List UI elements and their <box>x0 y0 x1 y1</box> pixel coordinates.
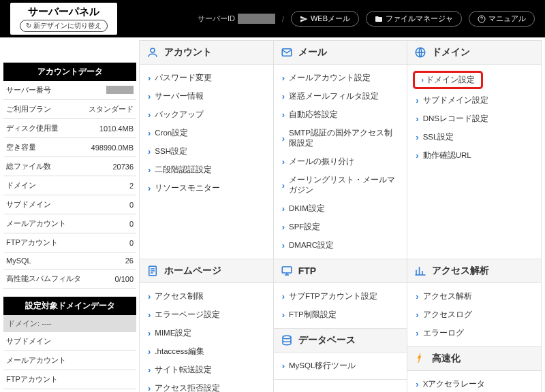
help-icon <box>478 15 486 23</box>
link-errorpage[interactable]: エラーページ設定 <box>140 306 273 324</box>
link-redirect[interactable]: サイト転送設定 <box>140 361 273 379</box>
logo-panel: サーバーパネル ↻ 新デザインに切り替え <box>10 3 117 35</box>
category-header: メール <box>274 41 407 65</box>
link-mysql-migrate[interactable]: MySQL移行ツール <box>274 357 407 375</box>
link-ftp-limit[interactable]: FTP制限設定 <box>274 306 407 324</box>
link-resource[interactable]: リソースモニター <box>140 179 273 197</box>
link-domain-setting[interactable]: › ドメイン設定 <box>407 69 541 91</box>
category-header: 高速化 <box>407 347 541 371</box>
main-panel: アカウント パスワード変更 サーバー情報 バックアップ Cron設定 SSH設定… <box>140 41 542 392</box>
category-header: データベース <box>274 329 407 353</box>
server-num-mask <box>106 86 134 94</box>
category-speed: 高速化 Xアクセラレータ サーバーキャッシュ設定 <box>407 346 542 392</box>
table-row: サーバー番号 <box>3 81 136 100</box>
category-header: アクセス解析 <box>407 259 541 283</box>
category-header: アカウント <box>140 41 273 65</box>
category-header: ドメイン <box>407 41 541 65</box>
link-dmarc[interactable]: DMARC設定 <box>274 236 407 255</box>
header-bar: サーバーパネル ↻ 新デザインに切り替え サーバーID / WEBメール ファイ… <box>0 0 545 37</box>
header-right: サーバーID / WEBメール ファイルマネージャ マニュアル <box>198 11 535 27</box>
category-account: アカウント パスワード変更 サーバー情報 バックアップ Cron設定 SSH設定… <box>139 40 274 259</box>
sidebar: アカウントデータ サーバー番号 ご利用プランスタンダード ディスク使用量1010… <box>3 41 136 392</box>
svg-point-5 <box>283 336 291 339</box>
account-data-title: アカウントデータ <box>3 63 136 81</box>
link-backup[interactable]: バックアップ <box>140 105 273 124</box>
table-row: メールアカウント <box>3 351 136 370</box>
table-row: メールアカウント0 <box>3 214 136 233</box>
table-row: サブドメイン <box>3 332 136 351</box>
filemanager-button[interactable]: ファイルマネージャ <box>366 11 462 27</box>
category-access: アクセス解析 アクセス解析 アクセスログ エラーログ <box>407 259 542 347</box>
link-spam-filter[interactable]: 迷惑メールフィルタ設定 <box>274 87 407 105</box>
category-domain: ドメイン › ドメイン設定 サブドメイン設定 DNSレコード設定 SSL設定 動… <box>407 40 542 259</box>
domain-current: ドメイン: ---- <box>3 315 136 332</box>
account-data-table: サーバー番号 ご利用プランスタンダード ディスク使用量1010.4MB 空き容量… <box>3 81 136 289</box>
link-dkim[interactable]: DKIM設定 <box>274 199 407 218</box>
speed-icon <box>414 353 426 365</box>
switch-design-button[interactable]: ↻ 新デザインに切り替え <box>20 20 108 32</box>
link-access-log[interactable]: アクセスログ <box>407 306 541 324</box>
highlight-box: › ドメイン設定 <box>413 71 483 89</box>
link-password[interactable]: パスワード変更 <box>140 69 273 87</box>
domain-data-table: サブドメイン メールアカウント FTPアカウント <box>3 332 136 389</box>
table-row: MySQL26 <box>3 252 136 270</box>
folder-icon <box>375 15 383 23</box>
svg-rect-4 <box>282 267 292 273</box>
link-subdomain[interactable]: サブドメイン設定 <box>407 91 541 110</box>
link-spf[interactable]: SPF設定 <box>274 218 407 236</box>
link-access-analytics[interactable]: アクセス解析 <box>407 287 541 306</box>
mail-icon <box>281 46 293 59</box>
globe-icon <box>414 46 426 59</box>
separator: / <box>282 15 284 23</box>
database-icon <box>281 334 293 346</box>
table-row: サブドメイン0 <box>3 195 136 214</box>
webmail-button[interactable]: WEBメール <box>291 11 359 27</box>
paper-plane-icon <box>300 15 308 23</box>
link-error-log[interactable]: エラーログ <box>407 324 541 342</box>
server-id-display: サーバーID <box>198 14 275 24</box>
category-homepage: ホームページ アクセス制限 エラーページ設定 MIME設定 .htaccess編… <box>139 259 274 392</box>
main-container: アカウントデータ サーバー番号 ご利用プランスタンダード ディスク使用量1010… <box>0 37 545 392</box>
link-sub-ftp[interactable]: サブFTPアカウント設定 <box>274 287 407 306</box>
panel-title: サーバーパネル <box>20 5 108 18</box>
link-dns[interactable]: DNSレコード設定 <box>407 110 541 128</box>
user-icon <box>146 46 159 59</box>
category-grid: アカウント パスワード変更 サーバー情報 バックアップ Cron設定 SSH設定… <box>140 41 542 392</box>
link-check-url[interactable]: 動作確認URL <box>407 146 541 165</box>
document-icon <box>146 265 159 277</box>
link-autoresponder[interactable]: 自動応答設定 <box>274 105 407 124</box>
table-row: 高性能スパムフィルタ0/100 <box>3 270 136 289</box>
link-xaccelerator[interactable]: Xアクセラレータ <box>407 375 541 392</box>
link-mailinglist[interactable]: メーリングリスト・メールマガジン <box>274 171 407 199</box>
link-ssh[interactable]: SSH設定 <box>140 142 273 161</box>
table-row: FTPアカウント0 <box>3 233 136 252</box>
table-row: 空き容量498990.0MB <box>3 138 136 157</box>
server-id-mask <box>238 14 275 24</box>
link-access-deny[interactable]: アクセス拒否設定 <box>140 379 273 392</box>
table-row: FTPアカウント <box>3 370 136 389</box>
manual-button[interactable]: マニュアル <box>469 11 535 27</box>
table-row: 総ファイル数20736 <box>3 157 136 176</box>
category-database: データベース MySQL移行ツール <box>273 328 408 380</box>
link-mail-sort[interactable]: メールの振り分け <box>274 152 407 171</box>
link-mime[interactable]: MIME設定 <box>140 324 273 342</box>
chart-icon <box>414 265 426 277</box>
link-ssl[interactable]: SSL設定 <box>407 128 541 146</box>
link-mail-account[interactable]: メールアカウント設定 <box>274 69 407 87</box>
table-row: ドメイン2 <box>3 176 136 195</box>
monitor-icon <box>281 265 293 277</box>
link-cron[interactable]: Cron設定 <box>140 124 273 142</box>
link-htaccess[interactable]: .htaccess編集 <box>140 342 273 361</box>
category-mail: メール メールアカウント設定 迷惑メールフィルタ設定 自動応答設定 SMTP認証… <box>273 40 408 259</box>
link-server-info[interactable]: サーバー情報 <box>140 87 273 105</box>
link-2fa[interactable]: 二段階認証設定 <box>140 161 273 179</box>
table-row: ご利用プランスタンダード <box>3 100 136 119</box>
category-header: ホームページ <box>140 259 273 283</box>
category-header: FTP <box>274 259 407 283</box>
svg-point-0 <box>151 48 155 52</box>
category-ftp: FTP サブFTPアカウント設定 FTP制限設定 <box>273 259 408 329</box>
table-row: ディスク使用量1010.4MB <box>3 119 136 138</box>
domain-data-title: 設定対象ドメインデータ <box>3 297 136 315</box>
link-smtp-limit[interactable]: SMTP認証の国外アクセス制限設定 <box>274 124 407 152</box>
link-access-limit[interactable]: アクセス制限 <box>140 287 273 306</box>
